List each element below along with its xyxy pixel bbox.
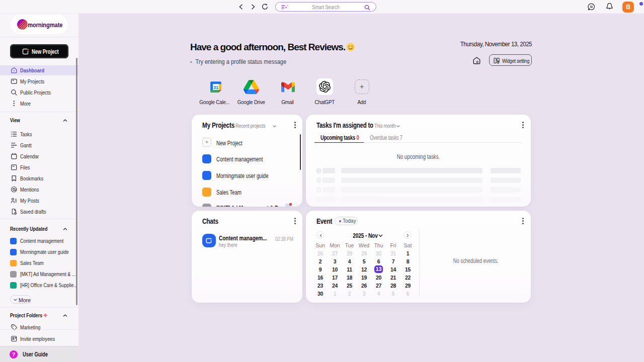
svg-text:31: 31 <box>213 85 218 90</box>
